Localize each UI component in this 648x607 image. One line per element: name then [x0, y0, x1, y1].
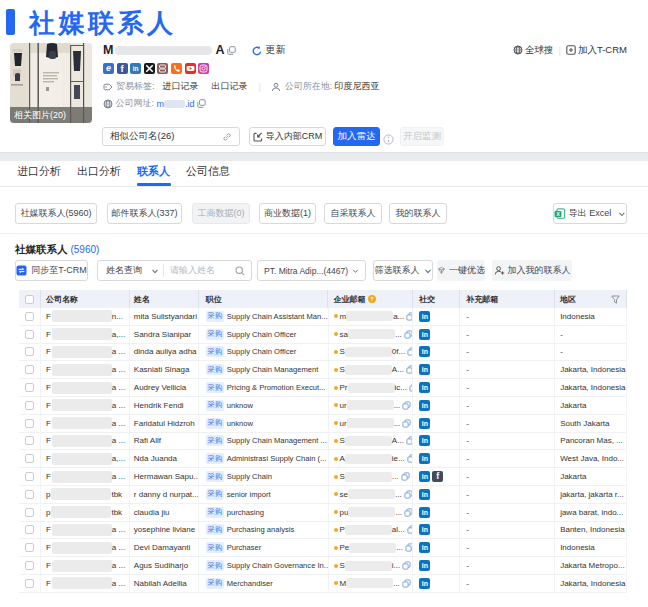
svg-text:X: X	[556, 210, 560, 216]
